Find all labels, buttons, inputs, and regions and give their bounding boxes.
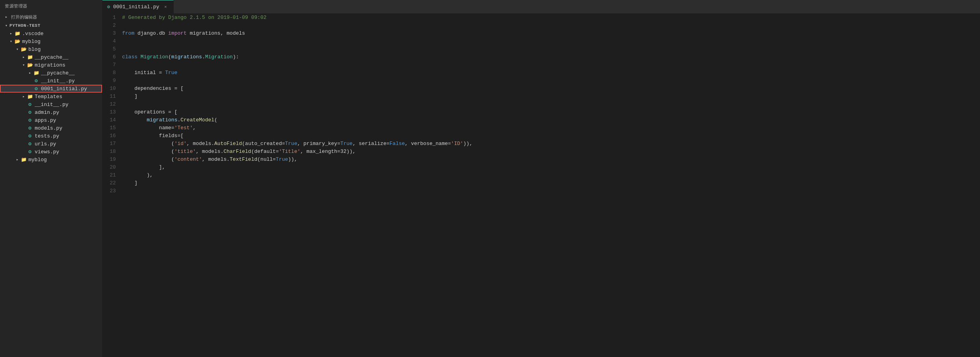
tab-filename: 0001_initial.py — [113, 4, 159, 10]
pycache2-label: __pycache__ — [41, 70, 75, 76]
line-number: 19 — [102, 156, 122, 164]
tests-label: tests.py — [35, 133, 59, 139]
models-label: models.py — [35, 125, 62, 131]
code-line: 1# Generated by Django 2.1.5 on 2019-01-… — [102, 14, 980, 22]
sidebar-item-myblog[interactable]: 📂 myblog — [0, 37, 102, 45]
admin-icon: ⚙ — [27, 109, 33, 115]
code-line: 11 ] — [102, 93, 980, 100]
code-line: 16 fields=[ — [102, 132, 980, 140]
vscode-label: .vscode — [22, 31, 44, 37]
project-chevron — [3, 22, 9, 29]
sidebar-header: 资源管理器 — [0, 0, 102, 12]
line-content — [122, 61, 980, 69]
sidebar-item-apps[interactable]: ⚙ apps.py — [0, 116, 102, 124]
line-number: 22 — [102, 179, 122, 187]
sidebar-item-migrations[interactable]: 📂 migrations — [0, 61, 102, 69]
views-label: views.py — [35, 149, 59, 155]
main-editor: ⚙ 0001_initial.py × 1# Generated by Djan… — [102, 0, 980, 357]
code-line: 12 — [102, 100, 980, 108]
templates-label: Templates — [35, 94, 62, 100]
code-line: 2 — [102, 22, 980, 30]
line-number: 1 — [102, 14, 122, 22]
line-content: dependencies = [ — [122, 85, 980, 93]
code-editor[interactable]: 1# Generated by Django 2.1.5 on 2019-01-… — [102, 14, 980, 357]
blog-chevron — [14, 46, 20, 52]
sidebar-item-tests[interactable]: ⚙ tests.py — [0, 132, 102, 140]
blog-folder-icon: 📂 — [20, 46, 27, 52]
init-blog-icon: ⚙ — [27, 101, 33, 108]
line-content: name='Test', — [122, 124, 980, 132]
migrations-chevron — [20, 62, 27, 68]
line-number: 14 — [102, 116, 122, 124]
admin-label: admin.py — [35, 110, 59, 115]
myblog-folder-icon: 📂 — [14, 38, 20, 45]
0001-label: 0001_initial.py — [41, 86, 87, 92]
line-number: 7 — [102, 61, 122, 69]
line-content: fields=[ — [122, 132, 980, 140]
pycache1-chevron — [20, 54, 27, 60]
code-line: 14 migrations.CreateModel( — [102, 116, 980, 124]
code-line: 4 — [102, 37, 980, 45]
code-line: 15 name='Test', — [102, 124, 980, 132]
sidebar-item-blog[interactable]: 📂 blog — [0, 45, 102, 53]
code-line: 3from django.db import migrations, model… — [102, 30, 980, 37]
line-number: 6 — [102, 53, 122, 61]
line-content: class Migration(migrations.Migration): — [122, 53, 980, 61]
sidebar-item-templates[interactable]: 📁 Templates — [0, 93, 102, 100]
tab-file-icon: ⚙ — [107, 4, 110, 10]
code-line: 10 dependencies = [ — [102, 85, 980, 93]
line-number: 15 — [102, 124, 122, 132]
code-line: 21 ), — [102, 171, 980, 179]
sidebar-item-init-migrations[interactable]: ⚙ __init__.py — [0, 77, 102, 85]
line-content — [122, 45, 980, 53]
sidebar: 资源管理器 打开的编辑器 PYTHON-TEST 📁 .vscode 📂 myb… — [0, 0, 102, 357]
line-content — [122, 77, 980, 85]
line-content — [122, 187, 980, 195]
sidebar-item-init-blog[interactable]: ⚙ __init__.py — [0, 100, 102, 108]
tests-icon: ⚙ — [27, 133, 33, 139]
sidebar-item-pycache1[interactable]: 📁 __pycache__ — [0, 53, 102, 61]
code-line: 17 ('id', models.AutoField(auto_created=… — [102, 140, 980, 148]
sidebar-item-pycache2[interactable]: 📁 __pycache__ — [0, 69, 102, 77]
line-number: 3 — [102, 30, 122, 37]
code-line: 19 ('content', models.TextField(null=Tru… — [102, 156, 980, 164]
views-icon: ⚙ — [27, 149, 33, 155]
sidebar-item-0001-initial[interactable]: ⚙ 0001_initial.py — [0, 85, 102, 93]
code-line: 22 ] — [102, 179, 980, 187]
tab-0001-initial[interactable]: ⚙ 0001_initial.py × — [102, 0, 174, 13]
line-number: 20 — [102, 164, 122, 171]
vscode-folder-icon: 📁 — [14, 30, 20, 37]
myblog2-chevron — [14, 156, 20, 163]
init-migrations-icon: ⚙ — [33, 78, 39, 84]
line-number: 9 — [102, 77, 122, 85]
open-editors-chevron — [3, 14, 9, 20]
line-number: 18 — [102, 148, 122, 156]
sidebar-item-myblog2[interactable]: 📁 myblog — [0, 156, 102, 164]
vscode-chevron — [8, 30, 14, 37]
templates-folder-icon: 📁 — [27, 93, 33, 100]
sidebar-item-views[interactable]: ⚙ views.py — [0, 148, 102, 156]
sidebar-item-admin[interactable]: ⚙ admin.py — [0, 108, 102, 116]
line-number: 13 — [102, 108, 122, 116]
line-number: 2 — [102, 22, 122, 30]
urls-label: urls.py — [35, 141, 56, 147]
line-content: migrations.CreateModel( — [122, 116, 980, 124]
line-number: 17 — [102, 140, 122, 148]
sidebar-item-vscode[interactable]: 📁 .vscode — [0, 30, 102, 37]
line-content: ), — [122, 171, 980, 179]
code-line: 20 ], — [102, 164, 980, 171]
tab-close-button[interactable]: × — [162, 4, 169, 10]
project-root[interactable]: PYTHON-TEST — [0, 22, 102, 30]
sidebar-item-models[interactable]: ⚙ models.py — [0, 124, 102, 132]
line-number: 11 — [102, 93, 122, 100]
line-content — [122, 37, 980, 45]
apps-label: apps.py — [35, 117, 56, 123]
apps-icon: ⚙ — [27, 117, 33, 123]
sidebar-item-urls[interactable]: ⚙ urls.py — [0, 140, 102, 148]
line-number: 5 — [102, 45, 122, 53]
migrations-label: migrations — [35, 62, 65, 68]
open-editors-section[interactable]: 打开的编辑器 — [0, 12, 102, 22]
myblog-label: myblog — [22, 39, 41, 45]
line-number: 12 — [102, 100, 122, 108]
line-content: ('id', models.AutoField(auto_created=Tru… — [122, 140, 980, 148]
